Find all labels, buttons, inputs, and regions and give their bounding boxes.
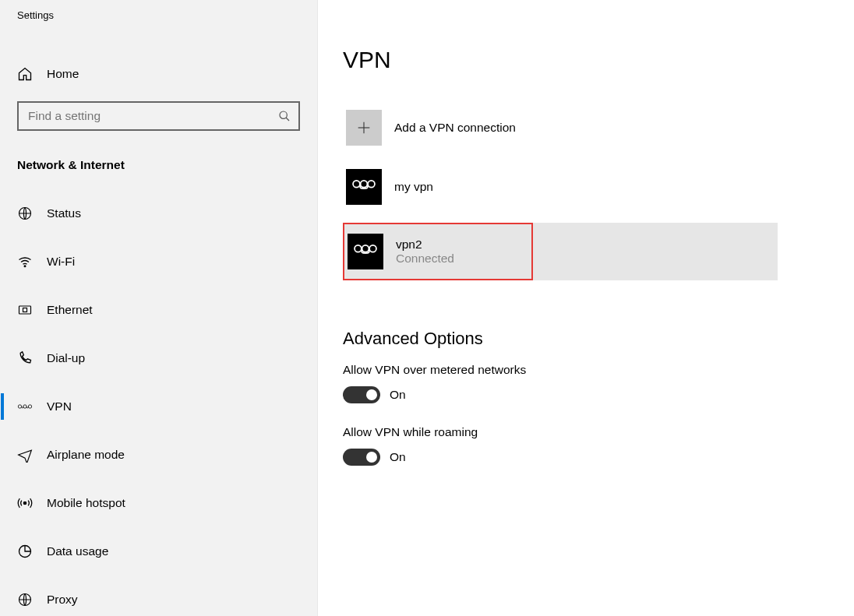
svg-point-9 xyxy=(23,502,26,504)
sidebar-item-ethernet[interactable]: Ethernet xyxy=(0,292,317,328)
sidebar-item-hotspot[interactable]: Mobile hotspot xyxy=(0,485,317,521)
svg-point-15 xyxy=(361,181,368,188)
svg-point-16 xyxy=(368,181,375,188)
svg-point-17 xyxy=(355,245,362,252)
plus-icon xyxy=(346,110,382,146)
sidebar-item-label: Wi-Fi xyxy=(47,255,75,269)
home-label: Home xyxy=(47,67,79,81)
toggle-group-roaming: Allow VPN while roaming On xyxy=(343,425,854,466)
svg-point-6 xyxy=(18,405,21,408)
toggle-group-metered: Allow VPN over metered networks On xyxy=(343,363,854,403)
advanced-heading: Advanced Options xyxy=(343,329,854,349)
search-input[interactable] xyxy=(17,101,300,131)
sidebar-item-wifi[interactable]: Wi-Fi xyxy=(0,244,317,280)
sidebar-item-label: Dial-up xyxy=(47,351,85,365)
svg-point-18 xyxy=(362,245,369,252)
sidebar-item-label: VPN xyxy=(47,400,72,414)
sidebar-item-dialup[interactable]: Dial-up xyxy=(0,340,317,376)
add-vpn-button[interactable]: Add a VPN connection xyxy=(343,98,778,157)
sidebar: Settings Home Network & Internet Status xyxy=(0,0,318,616)
vpn-selected-row: vpn2 Connected xyxy=(343,223,778,280)
vpn-icon xyxy=(17,399,33,414)
svg-point-8 xyxy=(28,405,31,408)
sidebar-item-label: Airplane mode xyxy=(47,448,125,462)
svg-point-3 xyxy=(24,266,26,267)
search-box xyxy=(17,101,300,131)
data-icon xyxy=(17,544,33,559)
proxy-icon xyxy=(17,592,33,607)
svg-rect-4 xyxy=(19,306,31,314)
sidebar-item-label: Mobile hotspot xyxy=(47,496,125,510)
page-title: VPN xyxy=(343,47,854,73)
ethernet-icon xyxy=(17,302,33,318)
add-vpn-label: Add a VPN connection xyxy=(394,121,516,135)
sidebar-item-proxy[interactable]: Proxy xyxy=(0,582,317,616)
vpn-status: Connected xyxy=(396,252,454,266)
toggle-label: Allow VPN while roaming xyxy=(343,425,854,439)
vpn-connection-item[interactable]: vpn2 Connected xyxy=(343,223,533,280)
home-button[interactable]: Home xyxy=(0,56,317,91)
sidebar-item-label: Data usage xyxy=(47,544,108,558)
main-content: VPN Add a VPN connection my vpn xyxy=(318,0,854,616)
window-title: Settings xyxy=(0,0,317,21)
sidebar-item-status[interactable]: Status xyxy=(0,195,317,231)
vpn-connection-icon xyxy=(346,169,382,205)
toggle-roaming[interactable] xyxy=(343,449,380,466)
toggle-state: On xyxy=(390,450,406,464)
svg-point-14 xyxy=(353,181,360,188)
home-icon xyxy=(17,66,33,82)
wifi-icon xyxy=(17,254,33,269)
vpn-name: my vpn xyxy=(394,180,433,194)
toggle-label: Allow VPN over metered networks xyxy=(343,363,854,377)
phone-icon xyxy=(17,350,33,366)
toggle-state: On xyxy=(390,388,406,402)
vpn-entries: Add a VPN connection my vpn xyxy=(343,98,854,280)
svg-point-19 xyxy=(369,245,376,252)
vpn-name: vpn2 xyxy=(396,238,454,252)
sidebar-item-airplane[interactable]: Airplane mode xyxy=(0,437,317,473)
sidebar-item-label: Proxy xyxy=(47,593,78,607)
vpn-connection-icon xyxy=(348,234,383,269)
sidebar-item-label: Status xyxy=(47,206,81,220)
svg-point-7 xyxy=(23,405,26,408)
toggle-metered[interactable] xyxy=(343,386,380,403)
airplane-icon xyxy=(17,447,33,463)
nav-list: Status Wi-Fi Ethernet D xyxy=(0,195,317,616)
sidebar-item-label: Ethernet xyxy=(47,303,93,317)
category-heading: Network & Internet xyxy=(0,158,317,172)
sidebar-item-datausage[interactable]: Data usage xyxy=(0,533,317,569)
sidebar-item-vpn[interactable]: VPN xyxy=(0,389,317,424)
vpn-connection-item[interactable]: my vpn xyxy=(343,157,778,216)
svg-rect-5 xyxy=(23,308,27,312)
globe-icon xyxy=(17,206,33,221)
hotspot-icon xyxy=(17,495,33,511)
